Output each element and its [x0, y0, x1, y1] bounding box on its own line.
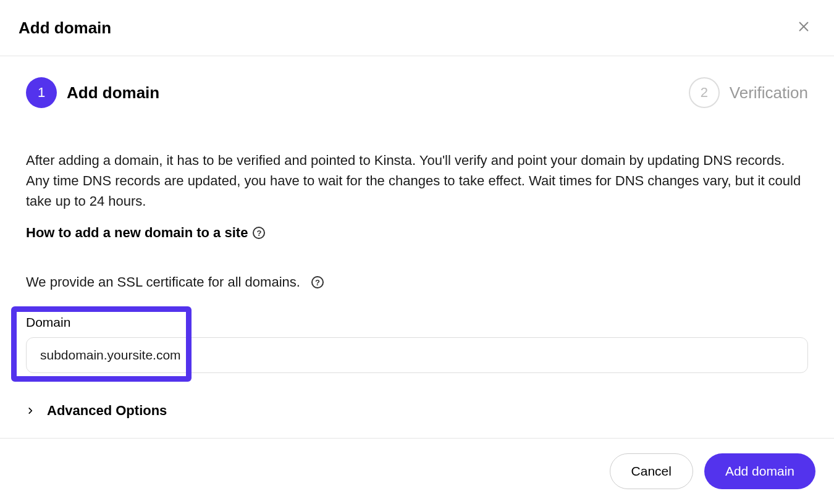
modal-title: Add domain [19, 19, 111, 38]
domain-input[interactable] [26, 337, 808, 373]
advanced-options-label: Advanced Options [47, 403, 167, 419]
modal-content: 1 Add domain 2 Verification After adding… [0, 56, 834, 419]
ssl-info-row: We provide an SSL certificate for all do… [26, 274, 808, 290]
instruction-text: After adding a domain, it has to be veri… [26, 150, 808, 211]
step-2-circle: 2 [689, 77, 720, 108]
step-verification: 2 Verification [689, 77, 808, 108]
cancel-button[interactable]: Cancel [610, 453, 693, 489]
domain-field-wrap: Domain [26, 315, 808, 373]
help-link-text: How to add a new domain to a site [26, 225, 248, 241]
help-link-row[interactable]: How to add a new domain to a site ? [26, 225, 808, 241]
chevron-right-icon [26, 404, 35, 418]
step-add-domain: 1 Add domain [26, 77, 159, 108]
close-icon [797, 20, 811, 33]
step-1-circle: 1 [26, 77, 57, 108]
add-domain-button[interactable]: Add domain [704, 453, 815, 489]
step-2-label: Verification [730, 83, 808, 103]
domain-label: Domain [26, 315, 808, 330]
advanced-options-toggle[interactable]: Advanced Options [26, 403, 808, 419]
help-icon[interactable]: ? [311, 276, 324, 288]
stepper: 1 Add domain 2 Verification [26, 77, 808, 108]
modal-header: Add domain [0, 0, 834, 56]
ssl-text: We provide an SSL certificate for all do… [26, 274, 300, 290]
modal-footer: Cancel Add domain [0, 438, 834, 504]
help-icon: ? [253, 227, 265, 239]
step-1-label: Add domain [67, 83, 159, 103]
close-button[interactable] [792, 17, 815, 38]
